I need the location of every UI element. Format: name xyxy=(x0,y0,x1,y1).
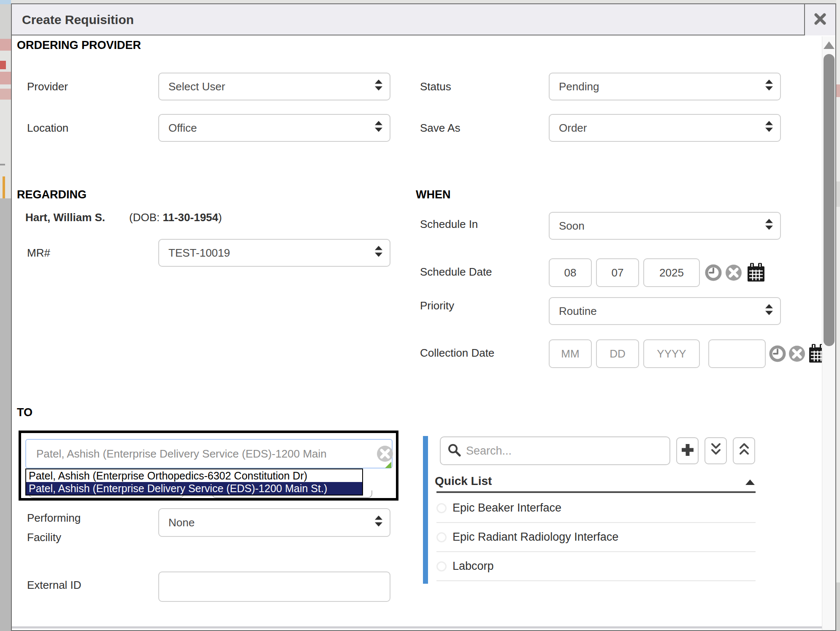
double-chevron-up-icon xyxy=(737,442,751,459)
status-select-value: Pending xyxy=(559,80,599,93)
bottom-divider xyxy=(12,626,822,628)
select-arrows-icon xyxy=(374,515,384,530)
schedule-in-select[interactable]: Soon xyxy=(549,212,781,240)
recipient-search-input[interactable] xyxy=(25,439,393,469)
regarding-heading: REGARDING xyxy=(17,188,87,201)
external-id-label: External ID xyxy=(27,579,81,592)
performing-facility-select[interactable]: None xyxy=(158,508,390,537)
schedule-date-time-icon[interactable] xyxy=(705,264,722,283)
background-page-right-edge xyxy=(836,0,840,631)
to-heading: TO xyxy=(17,406,33,419)
provider-select-value: Select User xyxy=(168,80,225,93)
save-as-select[interactable]: Order xyxy=(549,114,781,142)
collection-date-time-icon[interactable] xyxy=(769,345,786,364)
quick-list-item-label: Epic Radiant Radiology Interface xyxy=(453,531,618,544)
resize-handle-icon[interactable] xyxy=(385,462,391,468)
priority-select-value: Routine xyxy=(559,305,597,318)
performing-facility-label-line2: Facility xyxy=(27,531,61,544)
radio-icon[interactable] xyxy=(436,561,447,571)
plus-icon xyxy=(680,443,695,459)
panel-accent-bar xyxy=(423,436,428,584)
quick-list-item-label: Labcorp xyxy=(453,560,494,573)
schedule-date-month-input[interactable] xyxy=(549,258,592,287)
select-arrows-icon xyxy=(764,79,774,94)
search-icon xyxy=(447,443,461,458)
quick-list-item[interactable]: Epic Beaker Interface xyxy=(436,494,756,522)
save-as-select-value: Order xyxy=(559,122,587,135)
status-label: Status xyxy=(420,80,451,93)
collapse-all-button[interactable] xyxy=(733,437,755,464)
scrollbar-thumb[interactable] xyxy=(824,54,835,346)
expand-all-button[interactable] xyxy=(705,437,727,464)
performing-facility-select-value: None xyxy=(168,516,195,529)
collection-date-month-input[interactable] xyxy=(549,339,592,368)
patient-dob: (DOB: 11-30-1954) xyxy=(129,211,222,224)
background-page-left-edge xyxy=(0,0,11,631)
select-arrows-icon xyxy=(374,246,384,260)
collection-date-label: Collection Date xyxy=(420,347,494,360)
select-arrows-icon xyxy=(764,304,774,319)
provider-select[interactable]: Select User xyxy=(158,73,390,100)
scroll-up-arrow-icon[interactable] xyxy=(824,41,835,49)
radio-icon[interactable] xyxy=(436,532,447,542)
schedule-date-day-input[interactable] xyxy=(596,258,639,287)
schedule-date-label: Schedule Date xyxy=(420,265,492,279)
quick-list-underline xyxy=(436,491,756,493)
dialog-title: Create Requisition xyxy=(22,4,134,35)
external-id-input[interactable] xyxy=(158,571,390,602)
recipient-clear-icon[interactable] xyxy=(377,445,393,462)
schedule-in-select-value: Soon xyxy=(559,219,585,233)
provider-label: Provider xyxy=(27,80,68,93)
ordering-provider-heading: ORDERING PROVIDER xyxy=(17,39,141,52)
patient-name: Hart, William S. xyxy=(25,211,105,224)
quick-list-item[interactable]: Labcorp xyxy=(436,552,756,580)
quick-list-item[interactable]: Epic Radiant Radiology Interface xyxy=(436,523,756,551)
mr-select[interactable]: TEST-10019 xyxy=(158,239,390,267)
dialog-body: ORDERING PROVIDER Provider Select User L… xyxy=(12,36,835,630)
collection-date-time-input[interactable] xyxy=(708,339,766,368)
double-chevron-down-icon xyxy=(709,442,723,459)
location-select[interactable]: Office xyxy=(158,114,390,142)
mr-select-value: TEST-10019 xyxy=(168,246,230,260)
recipient-option-highlighted[interactable]: Patel, Ashish (Enterprise Delivery Servi… xyxy=(26,482,362,495)
select-arrows-icon xyxy=(764,121,774,135)
collection-date-year-input[interactable] xyxy=(643,339,700,368)
location-label: Location xyxy=(27,122,68,135)
create-requisition-dialog: Create Requisition ORDERING PROVIDER Pro… xyxy=(11,3,836,631)
location-select-value: Office xyxy=(168,122,197,135)
dialog-header: Create Requisition xyxy=(12,4,835,35)
status-select[interactable]: Pending xyxy=(549,73,781,100)
recipient-option[interactable]: Patel, Ashish (Enterprise Orthopedics-63… xyxy=(26,469,362,482)
radio-icon[interactable] xyxy=(436,503,447,513)
schedule-date-clear-icon[interactable] xyxy=(725,264,742,283)
list-separator xyxy=(436,580,756,581)
collection-date-day-input[interactable] xyxy=(596,339,639,368)
close-icon xyxy=(814,13,826,27)
when-heading: WHEN xyxy=(416,188,451,201)
recipient-dropdown-list: Patel, Ashish (Enterprise Orthopedics-63… xyxy=(25,469,363,496)
schedule-date-calendar-icon[interactable] xyxy=(746,263,766,284)
select-arrows-icon xyxy=(374,121,384,135)
priority-select[interactable]: Routine xyxy=(549,297,781,325)
quick-list-collapse-icon[interactable] xyxy=(745,479,755,485)
priority-label: Priority xyxy=(420,299,454,312)
recipient-combobox-focus-frame: Patel, Ashish (Enterprise Orthopedics-63… xyxy=(19,431,398,501)
add-recipient-button[interactable] xyxy=(676,437,699,464)
close-button[interactable] xyxy=(804,4,835,35)
save-as-label: Save As xyxy=(420,122,460,135)
vertical-scrollbar[interactable] xyxy=(822,36,835,630)
select-arrows-icon xyxy=(764,219,774,233)
schedule-date-year-input[interactable] xyxy=(643,258,700,287)
mr-label: MR# xyxy=(27,246,50,260)
quick-list-heading: Quick List xyxy=(435,474,492,488)
directory-search-box xyxy=(440,436,670,465)
directory-search-input[interactable] xyxy=(466,444,652,458)
collection-date-clear-icon[interactable] xyxy=(789,345,805,364)
select-arrows-icon xyxy=(374,79,384,94)
quick-list-item-label: Epic Beaker Interface xyxy=(453,501,561,515)
schedule-in-label: Schedule In xyxy=(420,218,478,231)
performing-facility-label-line1: Performing xyxy=(27,512,81,525)
